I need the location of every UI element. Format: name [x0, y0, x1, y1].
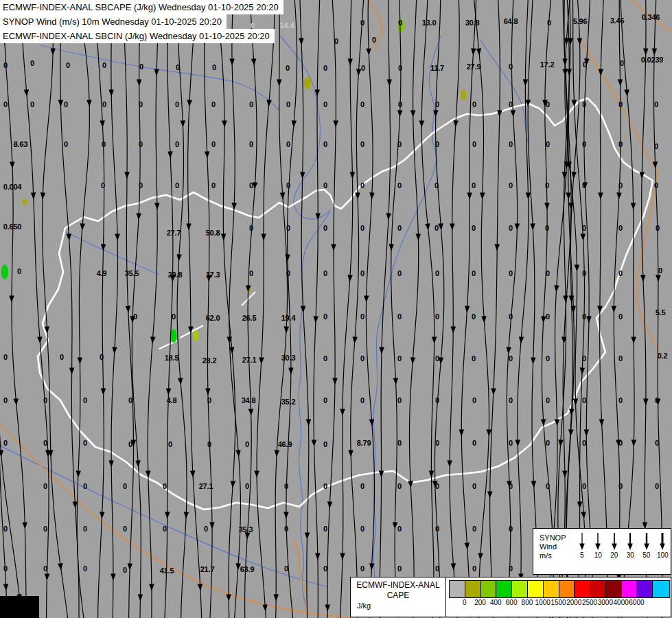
streamline-arrowhead-icon [315, 213, 321, 220]
wind-speed-label: 30 [627, 551, 634, 559]
cape-legend-subtitle-text: CAPE [351, 591, 445, 601]
wind-legend: SYNOP Wind m/s 510203050100 [533, 528, 671, 575]
streamline-arrowhead-icon [115, 233, 120, 240]
streamline-arrowhead-icon [558, 439, 564, 446]
streamline-arrowhead-icon [480, 192, 485, 199]
streamline-arrowhead-icon [301, 306, 306, 312]
streamline-arrowhead-icon [419, 120, 424, 127]
wind-speed-label: 20 [610, 551, 618, 559]
streamline-arrowhead-icon [425, 223, 431, 231]
cape-tick-label: 400 [490, 599, 502, 606]
streamline [366, 0, 374, 618]
streamlines-layer [0, 0, 664, 618]
streamline-arrowhead-icon [154, 203, 160, 209]
streamline-arrowhead-icon [364, 295, 369, 302]
streamline [518, 0, 529, 618]
cape-spot [23, 198, 27, 205]
streamline [148, 0, 159, 618]
streamline-arrowhead-icon [126, 306, 131, 312]
streamline-arrowhead-icon [13, 398, 19, 406]
streamline-arrowhead-icon [198, 584, 203, 591]
cape-legend-title-text: ECMWF-INDEX-ANAL [351, 580, 445, 591]
wind-arrow-icon [609, 532, 620, 551]
streamline-arrowhead-icon [180, 120, 185, 127]
streamline-arrowhead-icon [261, 233, 266, 240]
streamline [60, 0, 79, 618]
streamline-arrowhead-icon [283, 326, 289, 333]
streamline-arrowhead-icon [410, 110, 416, 117]
streamline-arrowhead-icon [186, 223, 192, 230]
streamline-arrowhead-icon [333, 120, 338, 127]
cape-tick-label: 0 [463, 599, 467, 606]
streamline-arrowhead-icon [127, 563, 132, 570]
streamline-arrowhead-icon [221, 233, 227, 240]
streamline-arrowhead-icon [566, 192, 571, 199]
streamline-arrowhead-icon [586, 316, 592, 323]
wind-legend-scale: 510203050100 [574, 529, 671, 574]
streamline-arrowhead-icon [288, 368, 294, 375]
streamline-arrowhead-icon [108, 460, 114, 467]
streamline-arrowhead-icon [579, 367, 585, 374]
streamline-arrowhead-icon [327, 501, 332, 508]
streamline-arrowhead-icon [555, 419, 560, 426]
streamline-arrowhead-icon [76, 470, 81, 477]
streamline-arrowhead-icon [9, 295, 14, 302]
wind-arrow-icon [625, 532, 636, 551]
streamline-arrowhead-icon [432, 336, 437, 343]
streamline-arrowhead-icon [510, 110, 515, 117]
streamline-arrowhead-icon [230, 481, 235, 488]
streamline-arrowhead-icon [285, 254, 290, 261]
streamline-arrowhead-icon [273, 594, 279, 601]
cape-spot [397, 19, 404, 32]
streamline-arrowhead-icon [252, 182, 257, 189]
streamline-arrowhead-icon [101, 244, 106, 251]
streamline-arrowhead-icon [526, 192, 531, 199]
streamline-arrowhead-icon [643, 398, 649, 405]
streamline-arrowhead-icon [291, 120, 297, 128]
streamline-arrowhead-icon [583, 58, 589, 65]
cape-spot [461, 89, 466, 100]
streamline-arrowhead-icon [580, 233, 586, 240]
streamline-arrowhead-icon [393, 378, 398, 385]
streamline-arrowhead-icon [176, 254, 182, 261]
streamline [507, 0, 518, 618]
wind-arrow-icon [592, 532, 603, 551]
title-line-sbcin: ECMWF-INDEX-ANAL SBCIN (J/kg) Wednesday … [0, 29, 275, 43]
streamline-arrowhead-icon [541, 316, 546, 323]
streamline-arrowhead-icon [575, 264, 580, 271]
streamline-arrowhead-icon [478, 553, 483, 560]
streamline-arrowhead-icon [569, 409, 575, 415]
streamline-arrowhead-icon [69, 367, 75, 374]
streamline-arrowhead-icon [544, 203, 550, 209]
streamline-arrowhead-icon [325, 604, 330, 611]
streamline-arrowhead-icon [229, 58, 235, 65]
streamline-arrowhead-icon [100, 512, 105, 518]
streamline-arrowhead-icon [369, 192, 375, 199]
river-line [480, 40, 529, 144]
streamline-arrowhead-icon [0, 450, 4, 457]
streamline [188, 0, 202, 618]
streamline-arrowhead-icon [22, 522, 27, 529]
streamline-arrowhead-icon [205, 151, 210, 158]
wind-arrow-icon [657, 532, 668, 551]
wind-legend-item: 20 [606, 529, 623, 574]
streamline-arrowhead-icon [332, 378, 338, 385]
map-canvas [0, 0, 672, 618]
streamline [229, 0, 241, 618]
streamline-arrowhead-icon [86, 100, 92, 106]
streamline-arrowhead-icon [306, 419, 312, 426]
streamline-arrowhead-icon [450, 326, 456, 333]
streamline [450, 0, 459, 618]
streamline-arrowhead-icon [274, 450, 279, 457]
streamline [654, 0, 662, 618]
corner-bar [0, 596, 39, 618]
cape-spot [193, 330, 198, 341]
streamline-arrowhead-icon [266, 100, 272, 107]
streamline-arrowhead-icon [277, 79, 282, 86]
streamline-arrowhead-icon [470, 48, 476, 55]
streamline-arrowhead-icon [487, 491, 493, 498]
streamline-arrowhead-icon [491, 388, 496, 395]
streamline-arrowhead-icon [415, 233, 421, 240]
streamline [421, 0, 434, 618]
streamline-arrowhead-icon [108, 89, 114, 96]
